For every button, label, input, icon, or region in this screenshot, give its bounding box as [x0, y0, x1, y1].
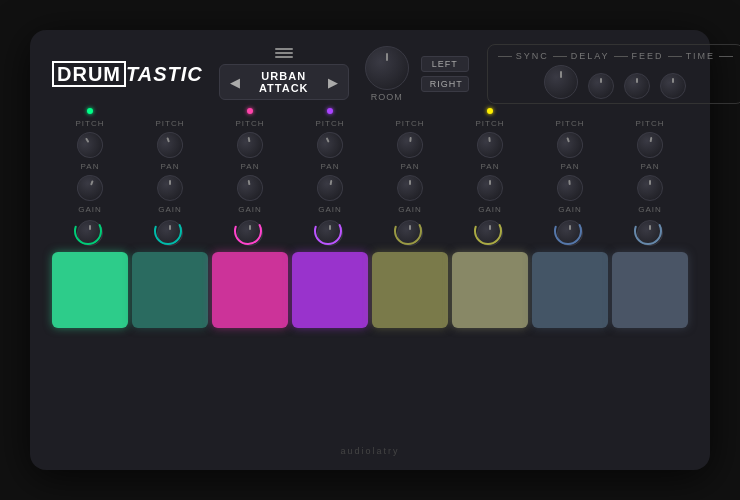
delay-knobs-row	[544, 65, 686, 99]
channel-0-gain-label: GAIN	[78, 205, 102, 214]
delay-label: DELAY	[571, 51, 610, 61]
prev-preset-button[interactable]: ◀	[230, 75, 240, 90]
channel-7-gain-ring-wrap	[635, 218, 665, 248]
channel-3-pan-label: PAN	[321, 162, 340, 171]
channel-1-pitch-knob[interactable]	[153, 128, 186, 161]
channel-5-pitch-knob[interactable]	[476, 131, 504, 159]
channel-1-pad[interactable]	[132, 252, 208, 328]
channel-6-pitch-label: PITCH	[556, 119, 585, 128]
fx-controls: ROOM LEFT RIGHT SYNC DELAY FEED	[365, 44, 740, 104]
next-preset-button[interactable]: ▶	[328, 75, 338, 90]
channel-3-pad[interactable]	[292, 252, 368, 328]
room-knob[interactable]	[365, 46, 409, 90]
channel-6: PITCHPANGAIN	[532, 108, 608, 436]
channel-2-gain-label: GAIN	[238, 205, 262, 214]
channel-4-pan-knob[interactable]	[397, 175, 423, 201]
channel-3-pan-knob[interactable]	[315, 173, 345, 203]
channel-2-gain-knob[interactable]	[237, 220, 263, 246]
device-body: DRUMTASTIC ◀ URBAN ATTACK ▶ ROOM LEF	[30, 30, 710, 470]
channel-7-pan-knob[interactable]	[637, 175, 663, 201]
channel-2-pitch-knob[interactable]	[235, 130, 265, 160]
channel-2-pan-label: PAN	[241, 162, 260, 171]
preset-navigator: ◀ URBAN ATTACK ▶	[219, 48, 349, 100]
channel-1-pan-knob[interactable]	[157, 175, 183, 201]
channel-1-gain-label: GAIN	[158, 205, 182, 214]
channel-7-led	[647, 108, 653, 114]
channel-0-pan-label: PAN	[81, 162, 100, 171]
delay-feed-knob[interactable]	[624, 73, 650, 99]
left-button[interactable]: LEFT	[421, 56, 469, 72]
channel-2-pan-knob[interactable]	[235, 173, 265, 203]
channel-0-pitch-knob[interactable]	[72, 127, 108, 163]
channel-4-gain-knob[interactable]	[397, 220, 423, 246]
channel-7-gain-label: GAIN	[638, 205, 662, 214]
preset-nav-bar[interactable]: ◀ URBAN ATTACK ▶	[219, 64, 349, 100]
channel-0-pitch-label: PITCH	[76, 119, 105, 128]
channel-4-led	[407, 108, 413, 114]
channel-7-pitch-label: PITCH	[636, 119, 665, 128]
logo: DRUMTASTIC	[52, 63, 203, 86]
channel-7-gain-knob[interactable]	[637, 220, 663, 246]
channel-6-pad[interactable]	[532, 252, 608, 328]
room-section: ROOM	[365, 46, 409, 102]
delay-mix-knob[interactable]	[588, 73, 614, 99]
channel-4-pitch-knob[interactable]	[396, 131, 424, 159]
channel-6-pan-knob[interactable]	[556, 174, 584, 202]
channel-3-gain-knob[interactable]	[317, 220, 343, 246]
channel-4-pitch-label: PITCH	[396, 119, 425, 128]
channel-4: PITCHPANGAIN	[372, 108, 448, 436]
right-button[interactable]: RIGHT	[421, 76, 469, 92]
channel-5-gain-knob[interactable]	[477, 220, 503, 246]
channel-6-gain-knob[interactable]	[557, 220, 583, 246]
channel-5-pad[interactable]	[452, 252, 528, 328]
channel-0-gain-ring-wrap	[75, 218, 105, 248]
delay-header: SYNC DELAY FEED TIME	[498, 51, 733, 61]
channel-7-pan-label: PAN	[641, 162, 660, 171]
channel-1: PITCHPANGAIN	[132, 108, 208, 436]
channel-7: PITCHPANGAIN	[612, 108, 688, 436]
delay-section: SYNC DELAY FEED TIME	[487, 44, 740, 104]
channel-2-gain-ring-wrap	[235, 218, 265, 248]
top-bar: DRUMTASTIC ◀ URBAN ATTACK ▶ ROOM LEF	[52, 48, 688, 100]
channel-6-pitch-knob[interactable]	[553, 128, 586, 161]
delay-block: LEFT RIGHT	[421, 56, 475, 92]
channel-6-gain-label: GAIN	[558, 205, 582, 214]
channel-2-led	[247, 108, 253, 114]
channel-2-pad[interactable]	[212, 252, 288, 328]
channel-3-led	[327, 108, 333, 114]
delay-time-knob[interactable]	[660, 73, 686, 99]
channel-6-gain-ring-wrap	[555, 218, 585, 248]
preset-name-label: URBAN ATTACK	[246, 70, 322, 94]
channel-1-pitch-label: PITCH	[156, 119, 185, 128]
hamburger-icon	[275, 48, 293, 58]
channel-6-pan-label: PAN	[561, 162, 580, 171]
channel-7-pitch-knob[interactable]	[635, 130, 665, 160]
channel-3-gain-ring-wrap	[315, 218, 345, 248]
channel-4-gain-ring-wrap	[395, 218, 425, 248]
channel-4-pad[interactable]	[372, 252, 448, 328]
delay-sync-knob[interactable]	[544, 65, 578, 99]
channel-1-led	[167, 108, 173, 114]
channel-1-gain-knob[interactable]	[157, 220, 183, 246]
channel-0-pad[interactable]	[52, 252, 128, 328]
channel-6-led	[567, 108, 573, 114]
channel-5: PITCHPANGAIN	[452, 108, 528, 436]
channel-5-pan-label: PAN	[481, 162, 500, 171]
channel-5-pan-knob[interactable]	[477, 175, 503, 201]
channel-5-gain-label: GAIN	[478, 205, 502, 214]
channel-1-pan-label: PAN	[161, 162, 180, 171]
channel-0-pan-knob[interactable]	[73, 171, 106, 204]
channel-5-pitch-label: PITCH	[476, 119, 505, 128]
channel-3-gain-label: GAIN	[318, 205, 342, 214]
lr-group: LEFT RIGHT	[421, 56, 469, 92]
footer: audiolatry	[52, 444, 688, 456]
channel-4-pan-label: PAN	[401, 162, 420, 171]
channel-2: PITCHPANGAIN	[212, 108, 288, 436]
room-label: ROOM	[371, 92, 403, 102]
channel-7-pad[interactable]	[612, 252, 688, 328]
channel-3-pitch-knob[interactable]	[313, 128, 348, 163]
channel-0-gain-knob[interactable]	[77, 220, 103, 246]
sync-label: SYNC	[516, 51, 549, 61]
channel-5-led	[487, 108, 493, 114]
time-label: TIME	[686, 51, 716, 61]
